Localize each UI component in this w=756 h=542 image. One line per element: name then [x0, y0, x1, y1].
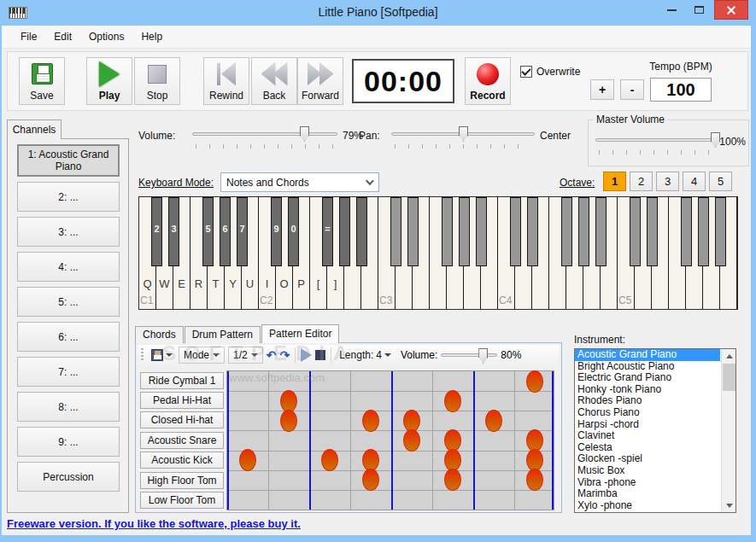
tab-chords[interactable]: Chords: [135, 326, 184, 343]
black-key-18[interactable]: [578, 197, 589, 266]
instrument-item-honky-tonk-piano[interactable]: Honky -tonk Piano: [575, 384, 720, 396]
drum-button-acoustic-snare[interactable]: Acoustic Snare: [140, 432, 224, 449]
play-button[interactable]: Play: [86, 57, 132, 105]
close-button[interactable]: [714, 0, 748, 20]
drum-note[interactable]: [526, 469, 543, 491]
drum-button-closed-hi-hat[interactable]: Closed Hi-hat: [140, 411, 224, 428]
black-key-8[interactable]: [339, 197, 350, 266]
black-key-1[interactable]: 3: [168, 197, 179, 266]
black-key-22[interactable]: [681, 197, 692, 266]
stop-button[interactable]: Stop: [134, 57, 180, 105]
black-key-14[interactable]: [476, 197, 487, 266]
instrument-item-harpsi-chord[interactable]: Harpsi -chord: [575, 419, 720, 431]
scrollbar[interactable]: [721, 349, 735, 512]
channel-button-1[interactable]: 1: Acoustic Grand Piano: [17, 144, 120, 177]
channel-button-9[interactable]: 9: ...: [17, 427, 120, 457]
channel-button-8[interactable]: 8: ...: [17, 392, 120, 422]
drum-button-low-floor-tom[interactable]: Low Floor Tom: [140, 492, 224, 509]
instrument-item-clavinet[interactable]: Clavinet: [575, 430, 720, 442]
mode-dropdown[interactable]: Mode: [179, 347, 225, 364]
master-volume-slider[interactable]: [595, 132, 720, 156]
pattern-stop-button[interactable]: [315, 350, 325, 360]
instrument-item-rhodes-piano[interactable]: Rhodes Piano: [575, 395, 720, 407]
instrument-item-bright-acoustic-piano[interactable]: Bright Acoustic Piano: [575, 361, 720, 373]
instrument-item-music-box[interactable]: Music Box: [575, 465, 720, 477]
channel-button-3[interactable]: 3: ...: [17, 217, 120, 247]
instrument-item-electric-grand-piano[interactable]: Electric Grand Piano: [575, 372, 720, 384]
octave-button-5[interactable]: 5: [709, 172, 732, 191]
maximize-button[interactable]: [687, 0, 711, 20]
black-key-5[interactable]: 9: [271, 197, 282, 266]
instrument-item-celesta[interactable]: Celesta: [575, 442, 720, 454]
black-key-6[interactable]: 0: [288, 197, 299, 266]
drum-note[interactable]: [239, 449, 256, 471]
drum-note[interactable]: [362, 410, 379, 432]
pattern-save-button[interactable]: [149, 347, 175, 363]
channel-button-7[interactable]: 7: ...: [17, 357, 120, 387]
instrument-item-chorus-piano[interactable]: Chorus Piano: [575, 407, 720, 419]
pan-slider[interactable]: [391, 126, 535, 150]
drum-button-acoustic-kick[interactable]: Acoustic Kick: [140, 452, 224, 469]
black-key-15[interactable]: [510, 197, 521, 266]
record-button[interactable]: Record: [465, 57, 511, 105]
black-key-21[interactable]: [647, 197, 658, 266]
black-key-12[interactable]: [442, 197, 453, 266]
channel-button-2[interactable]: 2: ...: [17, 182, 120, 212]
drum-note[interactable]: [526, 370, 543, 393]
octave-button-3[interactable]: 3: [656, 172, 679, 191]
channel-button-4[interactable]: 4: ...: [17, 252, 120, 282]
drum-button-ride-cymbal-1[interactable]: Ride Cymbal 1: [140, 372, 224, 389]
black-key-9[interactable]: [356, 197, 367, 266]
black-key-24[interactable]: [715, 197, 726, 266]
black-key-0[interactable]: 2: [151, 197, 162, 266]
tab-drum-pattern[interactable]: Drum Pattern: [185, 326, 261, 343]
toolbar-grip[interactable]: [141, 348, 144, 362]
keyboard-mode-select[interactable]: Notes and Chords: [220, 172, 379, 192]
tab-pattern-editor[interactable]: Pattern Editor: [261, 324, 339, 343]
drum-note[interactable]: [485, 410, 502, 432]
undo-icon[interactable]: ↶: [267, 349, 277, 361]
instrument-item-acoustic-grand-piano[interactable]: Acoustic Grand Piano: [575, 349, 720, 361]
drum-note[interactable]: [321, 449, 338, 471]
pan-slider-thumb[interactable]: [459, 126, 468, 142]
overwrite-checkbox[interactable]: [520, 66, 532, 78]
tempo-increase-button[interactable]: +: [590, 79, 614, 100]
black-key-19[interactable]: [595, 197, 607, 266]
octave-button-2[interactable]: 2: [630, 172, 653, 191]
drum-note[interactable]: [403, 429, 420, 452]
drum-note[interactable]: [362, 469, 379, 491]
octave-button-4[interactable]: 4: [683, 172, 706, 191]
drum-button-high-floor-tom[interactable]: High Floor Tom: [140, 472, 224, 489]
instrument-item-glocken-spiel[interactable]: Glocken -spiel: [575, 453, 720, 465]
menu-edit[interactable]: Edit: [45, 27, 80, 46]
drum-note[interactable]: [280, 410, 297, 432]
black-key-4[interactable]: 7: [237, 197, 248, 266]
black-key-7[interactable]: =: [322, 197, 333, 266]
piano-keyboard[interactable]: QC1WERTYUIC2OP[]C3C4C52356790=: [138, 196, 738, 310]
pattern-play-button[interactable]: [301, 348, 312, 362]
black-key-16[interactable]: [527, 197, 538, 266]
rewind-button[interactable]: Rewind: [203, 57, 249, 105]
buy-link[interactable]: Freeware version. If you like the softwa…: [7, 517, 301, 530]
drum-button-pedal-hi-hat[interactable]: Pedal Hi-Hat: [140, 392, 224, 409]
scrollbar-thumb[interactable]: [723, 364, 735, 391]
instrument-item-vibra-phone[interactable]: Vibra -phone: [575, 477, 720, 489]
black-key-10[interactable]: [390, 197, 401, 266]
black-key-17[interactable]: [561, 197, 572, 266]
save-button[interactable]: Save: [19, 57, 65, 105]
volume-slider-thumb[interactable]: [300, 126, 309, 142]
scroll-down-button[interactable]: [722, 498, 736, 512]
pattern-volume-slider-thumb[interactable]: [478, 348, 488, 364]
tempo-decrease-button[interactable]: -: [620, 79, 644, 100]
volume-slider[interactable]: [192, 126, 337, 150]
menu-file[interactable]: File: [12, 27, 45, 46]
channel-button-6[interactable]: 6: ...: [17, 322, 120, 352]
black-key-23[interactable]: [698, 197, 709, 266]
redo-icon[interactable]: ↷: [279, 349, 290, 361]
black-key-3[interactable]: 6: [220, 197, 231, 266]
minimize-button[interactable]: [659, 0, 683, 20]
octave-label[interactable]: Octave:: [560, 177, 595, 189]
pattern-grid[interactable]: [226, 370, 554, 510]
channel-button-10[interactable]: Percussion: [17, 462, 120, 492]
keyboard-mode-label[interactable]: Keyboard Mode:: [138, 177, 214, 189]
